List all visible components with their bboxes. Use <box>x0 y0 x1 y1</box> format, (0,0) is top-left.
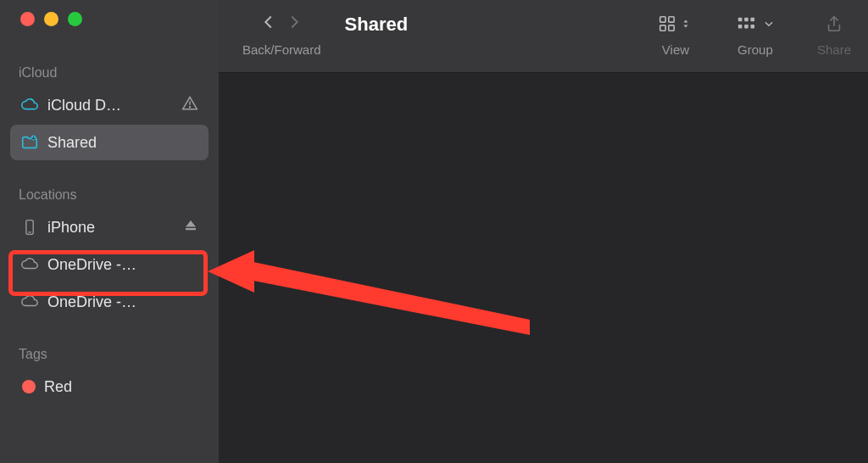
toolbar-label: Group <box>737 42 773 57</box>
cloud-outline-icon <box>20 255 39 274</box>
sidebar: iCloud iCloud D… Shared Locations <box>0 0 219 463</box>
minimize-window-button[interactable] <box>44 12 58 26</box>
phone-icon <box>20 218 39 237</box>
cloud-icon <box>20 96 39 114</box>
svg-rect-8 <box>669 17 674 22</box>
window-controls <box>0 12 219 26</box>
eject-icon[interactable] <box>183 218 198 237</box>
svg-rect-7 <box>660 17 665 22</box>
sidebar-item-onedrive-2[interactable]: OneDrive -… <box>10 284 209 320</box>
cloud-outline-icon <box>20 293 39 311</box>
sidebar-item-label: iPhone <box>47 219 175 237</box>
sidebar-item-label: Red <box>44 378 198 396</box>
svg-rect-16 <box>750 25 754 29</box>
svg-point-3 <box>33 137 35 138</box>
shared-folder-icon <box>20 133 39 152</box>
group-switcher[interactable]: Group <box>736 8 775 57</box>
sidebar-section-icloud[interactable]: iCloud <box>0 60 219 86</box>
svg-rect-10 <box>669 25 674 31</box>
svg-rect-12 <box>738 25 743 29</box>
page-title: Shared <box>321 8 658 36</box>
warning-icon <box>181 95 198 116</box>
svg-rect-14 <box>744 25 748 29</box>
view-switcher[interactable]: View <box>658 8 693 57</box>
toolbar-label: Share <box>817 42 851 57</box>
sidebar-item-label: OneDrive -… <box>47 256 198 274</box>
sidebar-item-label: iCloud D… <box>47 97 173 114</box>
forward-button[interactable] <box>285 13 303 35</box>
close-window-button[interactable] <box>20 12 35 26</box>
sidebar-item-icloud-drive[interactable]: iCloud D… <box>10 87 209 123</box>
sidebar-item-label: OneDrive -… <box>47 293 198 311</box>
sidebar-item-tag-red[interactable]: Red <box>10 369 209 404</box>
share-button[interactable]: Share <box>817 8 851 57</box>
sidebar-section-tags[interactable]: Tags <box>0 342 219 367</box>
toolbar-label: Back/Forward <box>242 42 321 57</box>
sidebar-item-onedrive-1[interactable]: OneDrive -… <box>10 247 209 282</box>
fullscreen-window-button[interactable] <box>68 12 82 26</box>
svg-rect-6 <box>186 228 196 230</box>
back-forward-group: Back/Forward <box>242 8 321 57</box>
back-button[interactable] <box>259 13 278 35</box>
toolbar-label: View <box>662 42 689 57</box>
main-area: Back/Forward Shared View <box>219 0 868 463</box>
sidebar-item-iphone[interactable]: iPhone <box>10 209 209 245</box>
sidebar-item-label: Shared <box>47 134 198 152</box>
svg-rect-15 <box>750 18 754 22</box>
svg-rect-9 <box>660 25 665 31</box>
folder-content[interactable] <box>219 73 868 463</box>
svg-rect-13 <box>744 18 748 22</box>
tag-dot-icon <box>22 380 36 393</box>
sidebar-item-shared[interactable]: Shared <box>10 125 209 160</box>
toolbar: Back/Forward Shared View <box>219 0 868 73</box>
svg-point-1 <box>190 106 191 107</box>
svg-rect-11 <box>738 18 743 22</box>
sidebar-section-locations[interactable]: Locations <box>0 182 219 208</box>
